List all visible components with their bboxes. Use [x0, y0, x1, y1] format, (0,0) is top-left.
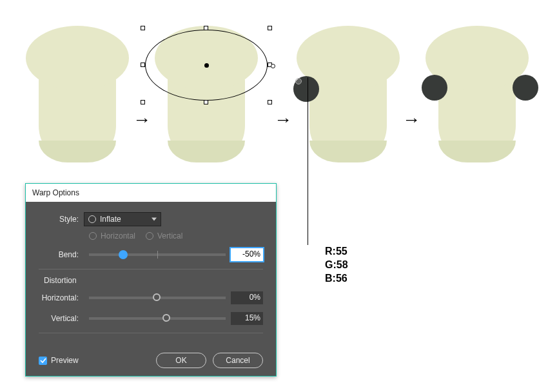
bend-label: Bend: [39, 250, 84, 259]
shape-step-1 [26, 13, 129, 168]
ear-shape [513, 75, 538, 101]
rgb-r: R:55 [325, 245, 348, 259]
style-value: Inflate [100, 215, 121, 224]
selection-center-point[interactable] [204, 63, 209, 68]
resize-handle[interactable] [141, 63, 145, 67]
dist-h-value-input[interactable]: 0% [231, 291, 263, 304]
radio-icon [146, 232, 153, 240]
dist-h-slider[interactable] [89, 297, 226, 299]
checkbox-checked-icon [39, 357, 47, 365]
orientation-horizontal-radio[interactable]: Horizontal [89, 231, 135, 240]
dist-h-label: Horizontal: [39, 293, 84, 302]
resize-handle[interactable] [204, 100, 208, 104]
slider-thumb[interactable] [119, 250, 128, 259]
distortion-section-label: Distortion [44, 276, 263, 285]
radio-label: Horizontal [101, 231, 135, 240]
bend-slider[interactable] [89, 253, 226, 256]
dialog-title: Warp Options [26, 184, 276, 202]
orientation-vertical-radio[interactable]: Vertical [146, 231, 182, 240]
arrow-right-icon: → [133, 110, 151, 130]
rgb-b: B:56 [325, 272, 348, 286]
ok-button[interactable]: OK [156, 353, 206, 368]
radio-label: Vertical [157, 231, 182, 240]
resize-handle[interactable] [141, 100, 145, 104]
illustration-canvas: → → → [0, 13, 548, 181]
anchor-point-indicator [295, 78, 302, 84]
preview-label: Preview [51, 356, 79, 365]
dist-v-value-input[interactable]: 15% [231, 312, 263, 325]
style-label: Style: [39, 215, 84, 224]
rgb-g: G:58 [325, 259, 348, 272]
resize-handle[interactable] [268, 100, 272, 104]
dist-v-label: Vertical: [39, 314, 84, 323]
style-select[interactable]: Inflate [84, 212, 161, 226]
resize-handle[interactable] [141, 26, 145, 30]
dist-v-slider[interactable] [89, 317, 226, 320]
radio-icon [89, 232, 97, 240]
ear-shape [422, 75, 447, 101]
rgb-annotation: R:55 G:58 B:56 [325, 245, 348, 285]
resize-handle[interactable] [204, 26, 208, 30]
warp-options-dialog: Warp Options Style: Inflate Horizontal V… [25, 183, 277, 377]
cancel-button[interactable]: Cancel [213, 353, 263, 368]
arrow-right-icon: → [402, 110, 420, 130]
resize-handle[interactable] [268, 26, 272, 30]
chevron-down-icon [152, 218, 157, 221]
selection-side-widget[interactable] [271, 64, 275, 68]
slider-thumb[interactable] [153, 293, 161, 301]
arrow-right-icon: → [274, 110, 292, 130]
slider-thumb[interactable] [162, 314, 170, 322]
bend-value-input[interactable]: -50% [231, 248, 263, 261]
preview-checkbox[interactable]: Preview [39, 356, 79, 365]
inflate-style-icon [88, 215, 96, 223]
annotation-connector-line [308, 77, 308, 245]
